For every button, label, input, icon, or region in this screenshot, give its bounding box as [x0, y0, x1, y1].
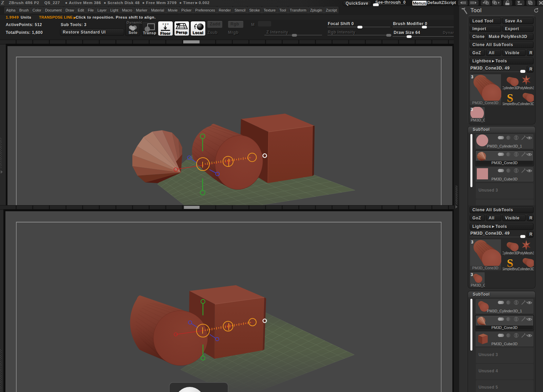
- svg-text:Cylinder3D: Cylinder3D: [503, 251, 519, 255]
- svg-text:PM3D_Co: PM3D_Co: [471, 283, 485, 287]
- svg-text:Floor: Floor: [160, 31, 171, 35]
- svg-text:PM3D_Cone3D: PM3D_Cone3D: [472, 266, 498, 270]
- svg-text:Persp: Persp: [176, 30, 187, 34]
- svg-text:SimpleBru:: SimpleBru:: [503, 267, 518, 271]
- svg-text:Solo: Solo: [129, 31, 137, 35]
- svg-text:x y z: x y z: [162, 22, 168, 25]
- svg-text:3: 3: [471, 240, 473, 244]
- svg-text:Cylinder3D: Cylinder3D: [518, 267, 534, 271]
- svg-text:PolyMesh3: PolyMesh3: [518, 251, 534, 255]
- svg-text:Transp: Transp: [143, 31, 156, 35]
- svg-text:3: 3: [471, 272, 473, 277]
- svg-text:Local: Local: [192, 31, 203, 35]
